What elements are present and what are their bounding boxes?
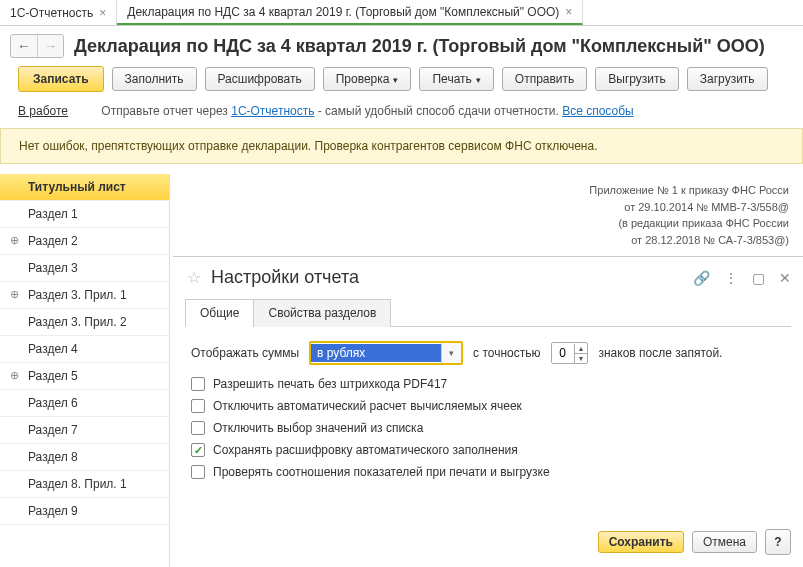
save-button[interactable]: Записать (18, 66, 104, 92)
sidebar-item-label: Раздел 3. Прил. 1 (28, 288, 127, 302)
spinner-up-icon[interactable]: ▲ (575, 344, 588, 353)
tab-label: Декларация по НДС за 4 квартал 2019 г. (… (127, 5, 559, 19)
tab-declaration[interactable]: Декларация по НДС за 4 квартал 2019 г. (… (117, 0, 583, 25)
chevron-down-icon: ▾ (393, 75, 398, 85)
checkbox-row: Отключить автоматический расчет вычисляе… (191, 399, 785, 413)
dialog-body: Отображать суммы ▾ с точностью ▲ ▼ знако… (173, 327, 803, 529)
precision-spinner[interactable]: ▲ ▼ (551, 342, 589, 364)
display-amounts-input[interactable] (311, 344, 441, 362)
expand-icon[interactable]: ⊕ (10, 234, 19, 247)
sidebar-item[interactable]: Раздел 1 (0, 201, 169, 228)
close-icon[interactable]: ✕ (779, 270, 791, 286)
checkbox[interactable] (191, 421, 205, 435)
precision-suffix: знаков после запятой. (598, 346, 722, 360)
checkbox-label: Проверять соотношения показателей при пе… (213, 465, 550, 479)
report-settings-dialog: ☆ Настройки отчета 🔗 ⋮ ▢ ✕ Общие Свойств… (173, 256, 803, 567)
tab-section-properties[interactable]: Свойства разделов (253, 299, 391, 327)
nav-back-button[interactable]: ← (11, 35, 37, 57)
sidebar-item-label: Раздел 3 (28, 261, 78, 275)
checkbox[interactable] (191, 399, 205, 413)
dialog-head-icons: 🔗 ⋮ ▢ ✕ (693, 270, 791, 286)
banner-no-errors: Нет ошибок, препятствующих отправке декл… (0, 128, 803, 164)
export-button[interactable]: Выгрузить (595, 67, 679, 91)
sidebar-item-label: Раздел 3. Прил. 2 (28, 315, 127, 329)
checkbox-label: Отключить автоматический расчет вычисляе… (213, 399, 522, 413)
dialog-save-button[interactable]: Сохранить (598, 531, 684, 553)
sidebar-item-label: Раздел 6 (28, 396, 78, 410)
tab-reporting[interactable]: 1С-Отчетность × (0, 0, 117, 25)
hint-link-all[interactable]: Все способы (562, 104, 634, 118)
status-link[interactable]: В работе (18, 104, 68, 118)
dialog-title: Настройки отчета (211, 267, 693, 288)
sections-sidebar[interactable]: Титульный листРаздел 1⊕Раздел 2Раздел 3⊕… (0, 174, 170, 567)
spinner-down-icon[interactable]: ▼ (575, 353, 588, 363)
hint-link-1c[interactable]: 1С-Отчетность (231, 104, 314, 118)
reference-text: Приложение № 1 к приказу ФНС Росси от 29… (184, 182, 789, 248)
checkbox-row: Проверять соотношения показателей при пе… (191, 465, 785, 479)
tab-general[interactable]: Общие (185, 299, 254, 327)
expand-icon[interactable]: ⊕ (10, 288, 19, 301)
sidebar-item-label: Раздел 1 (28, 207, 78, 221)
send-button[interactable]: Отправить (502, 67, 588, 91)
header-row: ← → Декларация по НДС за 4 квартал 2019 … (0, 26, 803, 66)
toolbar: Записать Заполнить Расшифровать Проверка… (0, 66, 803, 100)
sidebar-item[interactable]: Раздел 3 (0, 255, 169, 282)
ref-line: (в редакции приказа ФНС России (184, 215, 789, 232)
sidebar-item[interactable]: Раздел 3. Прил. 2 (0, 309, 169, 336)
page-title: Декларация по НДС за 4 квартал 2019 г. (… (74, 36, 765, 57)
checkbox-row: Сохранять расшифровку автоматического за… (191, 443, 785, 457)
tab-bar: 1С-Отчетность × Декларация по НДС за 4 к… (0, 0, 803, 26)
display-amounts-combo[interactable]: ▾ (309, 341, 463, 365)
tab-label: 1С-Отчетность (10, 6, 93, 20)
print-label: Печать (432, 72, 471, 86)
close-icon[interactable]: × (565, 6, 572, 18)
print-button[interactable]: Печать▾ (419, 67, 493, 91)
hint-text-mid: - самый удобный способ сдачи отчетности. (314, 104, 562, 118)
checkbox[interactable] (191, 377, 205, 391)
sidebar-item-label: Раздел 5 (28, 369, 78, 383)
sidebar-item[interactable]: Раздел 8. Прил. 1 (0, 471, 169, 498)
display-amounts-label: Отображать суммы (191, 346, 299, 360)
close-icon[interactable]: × (99, 7, 106, 19)
link-icon[interactable]: 🔗 (693, 270, 710, 286)
star-icon[interactable]: ☆ (185, 269, 203, 287)
sidebar-item-label: Раздел 8 (28, 450, 78, 464)
fill-button[interactable]: Заполнить (112, 67, 197, 91)
dialog-tabs: Общие Свойства разделов (185, 298, 791, 327)
more-icon[interactable]: ⋮ (724, 270, 738, 286)
sidebar-item-label: Раздел 9 (28, 504, 78, 518)
precision-label: с точностью (473, 346, 540, 360)
decrypt-button[interactable]: Расшифровать (205, 67, 315, 91)
expand-icon[interactable]: ⊕ (10, 369, 19, 382)
nav-arrows: ← → (10, 34, 64, 58)
sidebar-item[interactable]: Раздел 9 (0, 498, 169, 525)
dialog-footer: Сохранить Отмена ? (173, 529, 803, 567)
checkbox[interactable] (191, 465, 205, 479)
checkbox-row: Разрешить печать без штрихкода PDF417 (191, 377, 785, 391)
spinner-buttons: ▲ ▼ (574, 344, 588, 363)
sidebar-item-label: Раздел 2 (28, 234, 78, 248)
sidebar-item[interactable]: Раздел 8 (0, 444, 169, 471)
import-button[interactable]: Загрузить (687, 67, 768, 91)
help-button[interactable]: ? (765, 529, 791, 555)
sidebar-item[interactable]: Раздел 7 (0, 417, 169, 444)
dialog-header: ☆ Настройки отчета 🔗 ⋮ ▢ ✕ (173, 257, 803, 294)
sidebar-item[interactable]: ⊕Раздел 2 (0, 228, 169, 255)
sidebar-item[interactable]: Раздел 4 (0, 336, 169, 363)
maximize-icon[interactable]: ▢ (752, 270, 765, 286)
sidebar-item[interactable]: ⊕Раздел 5 (0, 363, 169, 390)
check-button[interactable]: Проверка▾ (323, 67, 412, 91)
sidebar-item-label: Раздел 4 (28, 342, 78, 356)
chevron-down-icon[interactable]: ▾ (441, 343, 461, 363)
checkbox[interactable] (191, 443, 205, 457)
checkbox-row: Отключить выбор значений из списка (191, 421, 785, 435)
ref-line: от 28.12.2018 № СА-7-3/853@) (184, 232, 789, 249)
ref-line: Приложение № 1 к приказу ФНС Росси (184, 182, 789, 199)
nav-forward-button[interactable]: → (37, 35, 63, 57)
status-line: В работе Отправьте отчет через 1С-Отчетн… (0, 100, 803, 128)
sidebar-item[interactable]: Раздел 6 (0, 390, 169, 417)
sidebar-item[interactable]: Титульный лист (0, 174, 169, 201)
sidebar-item[interactable]: ⊕Раздел 3. Прил. 1 (0, 282, 169, 309)
precision-input[interactable] (552, 345, 574, 361)
dialog-cancel-button[interactable]: Отмена (692, 531, 757, 553)
